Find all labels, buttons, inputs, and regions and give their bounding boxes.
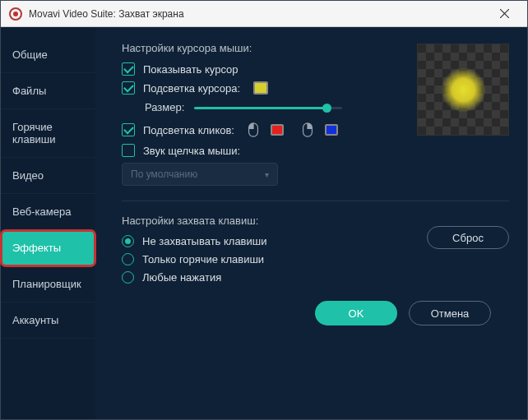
- keys-radio-any-label: Любые нажатия: [142, 271, 221, 284]
- content-area: Общие Файлы Горячие клавиши Видео Веб-ка…: [1, 27, 527, 419]
- sidebar-item-accounts[interactable]: Аккаунты: [1, 302, 95, 339]
- sidebar-item-label: Веб-камера: [12, 205, 71, 218]
- click-highlight-checkbox[interactable]: [122, 123, 135, 136]
- keys-section-title: Настройки захвата клавиш:: [122, 215, 509, 227]
- footer: OK Отмена: [122, 289, 509, 337]
- cursor-highlight-color-swatch[interactable]: [253, 81, 268, 95]
- divider: [122, 201, 509, 201]
- sidebar-item-label: Аккаунты: [12, 314, 58, 326]
- reset-button[interactable]: Сброс: [427, 226, 509, 249]
- click-highlight-label: Подсветка кликов:: [143, 124, 234, 136]
- cancel-button[interactable]: Отмена: [409, 301, 491, 325]
- cursor-highlight-checkbox[interactable]: [122, 81, 135, 95]
- ok-button-label: OK: [349, 307, 364, 320]
- window-title: Movavi Video Suite: Захват экрана: [29, 8, 488, 20]
- slider-fill: [194, 107, 327, 109]
- titlebar: Movavi Video Suite: Захват экрана: [1, 1, 527, 27]
- keys-radio-none-label: Не захватывать клавиши: [142, 235, 266, 247]
- keys-radio-none[interactable]: [122, 235, 134, 247]
- sidebar-item-label: Горячие клавиши: [12, 121, 56, 145]
- mouse-right-icon: [300, 122, 315, 138]
- sidebar-item-webcam[interactable]: Веб-камера: [1, 194, 95, 230]
- reset-button-label: Сброс: [452, 232, 484, 244]
- cancel-button-label: Отмена: [431, 307, 470, 320]
- sound-dropdown-value: По умолчанию: [131, 168, 197, 180]
- ok-button[interactable]: OK: [315, 301, 397, 325]
- click-sound-label: Звук щелчка мыши:: [143, 145, 240, 157]
- settings-window: Movavi Video Suite: Захват экрана Общие …: [0, 0, 528, 420]
- sidebar-item-label: Общие: [12, 48, 48, 61]
- click-sound-checkbox[interactable]: [122, 144, 135, 157]
- sidebar-item-hotkeys[interactable]: Горячие клавиши: [1, 109, 95, 158]
- sidebar-item-video[interactable]: Видео: [1, 158, 95, 194]
- svg-point-1: [13, 12, 18, 16]
- left-click-color-swatch[interactable]: [271, 124, 284, 136]
- right-click-color-swatch[interactable]: [325, 124, 338, 136]
- sidebar-item-label: Файлы: [12, 85, 46, 97]
- cursor-highlight-label: Подсветка курсора:: [143, 82, 240, 95]
- chevron-down-icon: ▾: [265, 170, 269, 179]
- show-cursor-checkbox[interactable]: [122, 62, 135, 76]
- mouse-left-icon: [246, 122, 261, 138]
- sidebar-item-general[interactable]: Общие: [1, 37, 95, 73]
- sidebar-item-files[interactable]: Файлы: [1, 73, 95, 109]
- keys-radio-hotkeys[interactable]: [122, 253, 134, 265]
- sidebar-item-scheduler[interactable]: Планировщик: [1, 266, 95, 302]
- sidebar-item-effects[interactable]: Эффекты: [1, 230, 95, 266]
- sound-dropdown[interactable]: По умолчанию ▾: [122, 163, 278, 186]
- size-slider[interactable]: [194, 102, 342, 113]
- size-label: Размер:: [145, 101, 184, 113]
- keys-radio-any[interactable]: [122, 271, 134, 284]
- close-icon: [500, 9, 509, 18]
- keys-radio-hotkeys-label: Только горячие клавиши: [142, 253, 264, 265]
- app-logo-icon: [9, 7, 22, 21]
- sidebar-item-label: Видео: [12, 169, 44, 182]
- main-panel: Настройки курсора мыши: Показывать курсо…: [95, 27, 527, 419]
- sidebar-item-label: Планировщик: [12, 278, 81, 290]
- sidebar: Общие Файлы Горячие клавиши Видео Веб-ка…: [1, 27, 95, 419]
- show-cursor-label: Показывать курсор: [143, 63, 239, 76]
- cursor-preview: [417, 44, 509, 136]
- sidebar-item-label: Эффекты: [12, 242, 61, 254]
- close-button[interactable]: [488, 2, 521, 26]
- cursor-preview-glow: [441, 67, 486, 113]
- slider-thumb[interactable]: [322, 104, 331, 113]
